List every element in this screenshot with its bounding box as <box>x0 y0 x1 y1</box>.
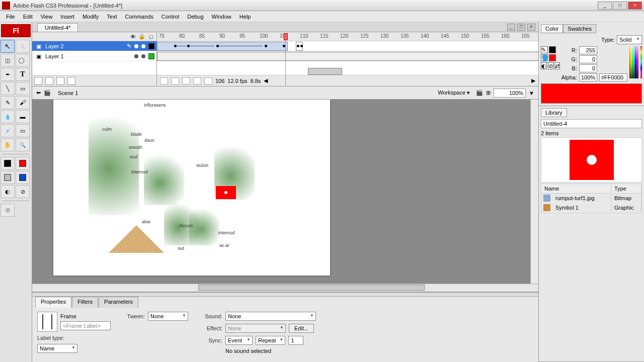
paint-bucket-tool[interactable] <box>16 110 30 123</box>
new-motion-guide-button[interactable] <box>45 77 53 85</box>
onion-skin-icon[interactable] <box>171 77 179 84</box>
fill-color-swatch[interactable] <box>16 171 30 184</box>
text-tool[interactable] <box>16 68 30 81</box>
alpha-value[interactable]: 100% <box>579 73 597 81</box>
layer-visible-dot[interactable] <box>134 54 138 58</box>
outline-header-icon[interactable]: □ <box>147 34 154 40</box>
doc-close[interactable]: × <box>527 24 535 31</box>
color-spectrum[interactable] <box>629 46 638 78</box>
visibility-header-icon[interactable]: 👁 <box>129 34 136 40</box>
fill-color-icon[interactable]: 🪣 <box>541 54 548 61</box>
close-button[interactable]: × <box>628 2 642 10</box>
selection-tool[interactable] <box>1 40 15 53</box>
maximize-button[interactable]: □ <box>613 2 627 10</box>
onion-skin-outlines-icon[interactable] <box>182 77 190 84</box>
symbol-instance[interactable] <box>216 186 236 199</box>
color-type-select[interactable]: Solid <box>617 35 642 44</box>
panel-drag-handle[interactable] <box>32 293 538 297</box>
frame-label-input[interactable]: <Frame Label> <box>60 321 111 330</box>
stroke-color-swatch[interactable] <box>16 157 30 170</box>
sound-select[interactable]: None <box>225 312 316 321</box>
snap-to-objects[interactable]: ⦾ <box>1 204 15 217</box>
scroll-left-icon[interactable]: ◀ <box>264 77 268 84</box>
layer-visible-dot[interactable] <box>134 44 138 48</box>
layer-edit-icon[interactable]: ✎ <box>127 43 131 49</box>
bw-icon[interactable]: ◐ <box>541 62 547 69</box>
subselection-tool[interactable] <box>16 40 30 53</box>
scene-name[interactable]: Scene 1 <box>54 89 82 97</box>
menu-file[interactable]: File <box>2 13 19 21</box>
tab-parameters[interactable]: Parameters <box>99 297 138 308</box>
zoom-dropdown-icon[interactable]: ▼ <box>529 90 534 96</box>
edit-symbols-button[interactable]: ⊞ <box>486 89 491 96</box>
lasso-tool[interactable] <box>16 54 30 67</box>
brush-tool[interactable] <box>16 96 30 109</box>
zoom-tool[interactable] <box>16 138 30 151</box>
frames-panel[interactable]: 7580859095100105110115120125130135140145… <box>157 32 538 86</box>
edit-sound-button[interactable]: Edit... <box>289 324 314 333</box>
menu-edit[interactable]: Edit <box>19 13 37 21</box>
layer-color-chip[interactable] <box>148 43 154 49</box>
doc-restore[interactable]: □ <box>517 24 525 31</box>
minimize-button[interactable]: _ <box>598 2 612 10</box>
library-col-name[interactable]: Name <box>541 184 611 193</box>
scrollbar-thumb[interactable] <box>198 285 425 291</box>
stage[interactable]: inflorasens culm blade daun sneath nod i… <box>53 100 330 276</box>
document-tab[interactable]: Untitled-4* <box>37 23 78 32</box>
menu-commands[interactable]: Commands <box>121 13 157 21</box>
tween-select[interactable]: None <box>148 312 188 321</box>
eyedropper-tool[interactable] <box>1 124 15 137</box>
stroke-swatch[interactable] <box>549 46 556 53</box>
stage-vertical-scrollbar[interactable] <box>530 100 538 284</box>
menu-debug[interactable]: Debug <box>183 13 207 21</box>
modify-onion-markers-icon[interactable] <box>204 77 212 84</box>
menu-modify[interactable]: Modify <box>78 13 103 21</box>
free-transform-tool[interactable] <box>1 54 15 67</box>
stroke-color[interactable] <box>1 157 15 170</box>
playhead[interactable] <box>284 33 288 40</box>
workspace-dropdown[interactable]: Workspace ▾ <box>438 89 470 96</box>
scroll-right-icon[interactable]: ▶ <box>531 77 535 84</box>
doc-minimize[interactable]: _ <box>507 24 515 31</box>
ink-bottle-tool[interactable] <box>1 110 15 123</box>
layer-color-chip[interactable] <box>148 53 154 59</box>
line-tool[interactable] <box>1 82 15 95</box>
menu-insert[interactable]: Insert <box>56 13 78 21</box>
delete-layer-button[interactable] <box>67 77 75 85</box>
layer-1-frames[interactable] <box>157 51 538 61</box>
tab-library[interactable]: Library <box>541 108 567 117</box>
layer-lock-dot[interactable] <box>141 54 145 58</box>
lock-header-icon[interactable]: 🔒 <box>138 33 145 40</box>
swap-icon[interactable]: ⇄ <box>554 62 560 69</box>
menu-view[interactable]: View <box>37 13 57 21</box>
library-item[interactable]: Symbol 1 Graphic <box>541 203 641 213</box>
library-col-type[interactable]: Type <box>611 184 641 193</box>
layer-lock-dot[interactable] <box>141 44 145 48</box>
tab-color[interactable]: Color <box>541 24 563 33</box>
fill-swatch[interactable] <box>549 54 556 61</box>
menu-window[interactable]: Window <box>208 13 235 21</box>
layer-row[interactable]: ▣ Layer 2 ✎ <box>32 41 156 51</box>
b-value[interactable]: 0 <box>579 64 597 72</box>
tab-filters[interactable]: Filters <box>72 297 98 308</box>
edit-scene-icon[interactable]: ⬅ <box>36 89 41 96</box>
hex-value[interactable]: #FF0000 <box>599 73 627 81</box>
menu-help[interactable]: Help <box>235 13 255 21</box>
tab-swatches[interactable]: Swatches <box>563 24 596 33</box>
hand-tool[interactable] <box>1 138 15 151</box>
fill-color[interactable] <box>1 171 15 184</box>
stroke-color-icon[interactable]: ✎ <box>541 46 548 53</box>
edit-scene-button[interactable]: 🎬 <box>476 89 483 96</box>
layer-row[interactable]: ▣ Layer 1 <box>32 51 156 61</box>
r-value[interactable]: 255 <box>579 46 597 54</box>
pencil-tool[interactable] <box>1 96 15 109</box>
library-document-select[interactable]: Untitled-4 <box>541 119 642 128</box>
sync-repeat-select[interactable]: Repeat <box>256 336 285 345</box>
hue-slider[interactable] <box>640 46 642 78</box>
eraser-tool[interactable] <box>16 124 30 137</box>
no-color[interactable]: ⊘ <box>16 185 30 198</box>
library-item[interactable]: rumput-turf1.jpg Bitmap <box>541 194 641 203</box>
new-folder-button[interactable] <box>56 77 64 85</box>
center-frame-icon[interactable] <box>160 77 168 84</box>
edit-multiple-frames-icon[interactable] <box>193 77 201 84</box>
